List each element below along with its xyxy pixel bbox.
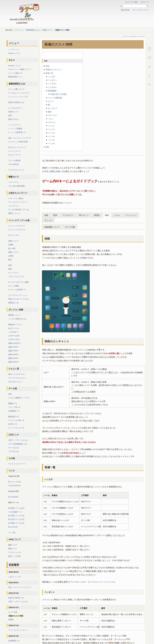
toc-link[interactable]: 装備一覧 bbox=[46, 72, 53, 74]
toc-link[interactable]: シンボル2 bbox=[48, 86, 56, 88]
sidebar-link[interactable]: サブシナリオクエスト bbox=[8, 377, 26, 379]
asuma-journal-link[interactable]: アスマのハンカチ - エリアスストリートジャーナル bbox=[70, 581, 115, 583]
toc-link[interactable]: バッジ2 bbox=[48, 128, 55, 130]
tab-ガイアの鍵[interactable]: ガイアの鍵 bbox=[63, 224, 77, 230]
sidebar-link[interactable]: 超越Lv5000〜 bbox=[8, 357, 19, 359]
sidebar-link[interactable]: 練習ページ bbox=[8, 548, 17, 550]
sidebar-link[interactable]: 小ネタ集Q&A bbox=[8, 163, 19, 165]
sidebar-link[interactable]: プラグインメモ bbox=[8, 552, 21, 554]
sidebar-link[interactable]: ドロップ率メモ bbox=[8, 406, 20, 408]
sidebar-link[interactable]: 超越Lv2000〜 bbox=[8, 346, 19, 348]
sidebar-link[interactable]: チャット欄について bbox=[8, 88, 24, 90]
sidebar-link[interactable]: レジェンドクエストI bbox=[8, 225, 25, 227]
sidebar-link[interactable]: タイトル図鑑 bbox=[8, 285, 19, 287]
breadcrumb-link[interactable]: トップページ bbox=[13, 29, 23, 31]
sidebar-link[interactable]: 秘宝 bbox=[8, 259, 12, 260]
sidebar-link[interactable]: 米国ラテール公式 bbox=[10, 522, 24, 524]
sidebar-link[interactable]: ドリスゲーム bbox=[8, 205, 19, 207]
update-link[interactable]: ガイアの鍵 bbox=[8, 611, 17, 613]
toc-link[interactable]: ステッカー bbox=[48, 114, 57, 116]
sidebar-link[interactable]: 週間チャレンジ bbox=[8, 212, 20, 214]
sidebar-link[interactable]: 業績 bbox=[8, 268, 12, 270]
toc-link[interactable]: シンボル1 bbox=[48, 82, 56, 84]
event-equipment-link[interactable]: 非常に優秀な装備一式 bbox=[44, 170, 64, 172]
sidebar-link[interactable]: 韓国ラテール公式 bbox=[10, 507, 24, 509]
sidebar-link[interactable]: 関係者専用ページ bbox=[8, 76, 22, 78]
tab-特殊[interactable]: 特殊 bbox=[103, 213, 111, 218]
toc-link[interactable]: バッジ6 bbox=[48, 142, 55, 144]
sidebar-link[interactable]: 超越Lv6000〜 bbox=[8, 361, 19, 363]
tab-防具[interactable]: 防具 bbox=[51, 213, 59, 218]
sidebar-link[interactable]: コラボまとめ bbox=[8, 450, 19, 452]
tab-アクセサリー[interactable]: アクセサリー bbox=[60, 213, 76, 218]
tab-装備覚醒について[interactable]: 装備覚醒について bbox=[42, 224, 62, 230]
sidebar-link[interactable]: 火力バフメモ bbox=[8, 234, 19, 236]
detail-ability-link[interactable]: こちら bbox=[64, 202, 70, 204]
sidebar-link[interactable]: 超越Lv3000〜 bbox=[8, 350, 19, 352]
toc-link[interactable]: バッジ3 bbox=[48, 132, 55, 134]
sidebar-link[interactable]: 〜Lv200まで bbox=[8, 331, 18, 333]
sidebar-link[interactable]: ガチャ箱&残像鏡まとめ bbox=[8, 443, 27, 445]
toc-link[interactable]: ブローチ bbox=[48, 121, 55, 124]
sidebar-link[interactable]: Elyダンジョン bbox=[8, 327, 19, 329]
login-link[interactable]: ログイン bbox=[140, 1, 149, 3]
tab-ファッション[interactable]: ファッション bbox=[123, 213, 139, 218]
sidebar-link[interactable]: サブクラスについて bbox=[8, 169, 24, 171]
update-link[interactable]: Ely獲得量メモ bbox=[8, 640, 19, 642]
sidebar-link[interactable]: メモリアルシステム bbox=[8, 276, 24, 278]
sidebar-link[interactable]: 経験値メモ bbox=[8, 402, 17, 404]
sidebar-link[interactable]: クエスト経験値アップメモ bbox=[8, 397, 29, 399]
register-link[interactable]: ユーザー登録 bbox=[125, 1, 138, 3]
sidebar-link[interactable]: 課金するなら bbox=[8, 118, 19, 120]
update-link[interactable]: 大型アップデートまとめ bbox=[8, 600, 28, 602]
sidebar-link[interactable]: Lv200〜Lv220 bbox=[8, 335, 19, 337]
sidebar-link[interactable]: レイドについて bbox=[8, 150, 21, 152]
sidebar-link[interactable]: 占星術 bbox=[8, 255, 13, 257]
sidebar-link[interactable]: ラテール用語集 bbox=[8, 160, 20, 162]
sidebar-link[interactable]: スターツリー(廃止) bbox=[8, 198, 23, 200]
sidebar-link[interactable]: 移動速度メモ bbox=[8, 416, 19, 418]
sidebar-link[interactable]: 新規ページ作成 bbox=[8, 555, 20, 557]
sidebar-link[interactable]: 公式twitter bbox=[12, 484, 20, 486]
sidebar-link[interactable]: 新規向け指標まとめ bbox=[8, 101, 24, 103]
sidebar-link[interactable]: エンチャント確率計算機 bbox=[8, 141, 27, 143]
sidebar-link[interactable]: Ely獲得量メモ bbox=[8, 410, 19, 412]
update-link[interactable]: 新規向け指標まとめ bbox=[8, 597, 24, 599]
sidebar-link[interactable]: 名誉 bbox=[8, 264, 12, 266]
sidebar-link[interactable]: 強化・エンチャントについて bbox=[8, 137, 31, 139]
sidebar-link[interactable]: ラテールアドベンチャー bbox=[8, 201, 28, 203]
breadcrumb-link[interactable]: 基礎知識系まとめ bbox=[26, 29, 39, 31]
fold-icon[interactable] bbox=[148, 74, 151, 78]
toc-link[interactable]: 教本 bbox=[48, 111, 52, 113]
toc-link[interactable]: バッジ1 bbox=[48, 125, 55, 127]
sidebar-link[interactable]: ペットについて bbox=[8, 124, 21, 126]
toc-link[interactable]: バッジ5 bbox=[48, 139, 55, 141]
site-logo[interactable]: トキメキファンタジー ラテール LaTale Online bbox=[16, 4, 38, 19]
sidebar-link[interactable]: 公式twitter bbox=[10, 496, 18, 498]
sidebar-link[interactable]: Lv220〜Lv235 bbox=[8, 338, 19, 340]
sidebar-link[interactable]: namuwiki bbox=[10, 526, 18, 528]
toc-link[interactable]: ベルト bbox=[48, 118, 54, 120]
tab-精霊石[interactable]: 精霊石 bbox=[92, 213, 102, 218]
page-id-tab[interactable]: basic:equipment:sp-acce bbox=[122, 35, 146, 38]
toc-link[interactable]: 鍵 bbox=[48, 104, 50, 106]
toc-link[interactable]: ネックレス bbox=[48, 107, 57, 109]
toc-link[interactable]: ハンカチ bbox=[48, 76, 55, 78]
sidebar-link[interactable]: IDでのマナーについて bbox=[8, 146, 26, 148]
sidebar-link[interactable]: ペットバフ重複表 bbox=[8, 128, 22, 130]
tab-武器[interactable]: 武器 bbox=[42, 213, 50, 218]
toc-link[interactable]: 鏡(残像鏡) bbox=[48, 90, 56, 92]
search-button[interactable] bbox=[146, 5, 149, 7]
sidebar-link[interactable]: クリティカル率メモ bbox=[8, 419, 24, 421]
tab-タイトル[interactable]: タイトル bbox=[42, 218, 54, 223]
sidebar-link[interactable]: おすすめクエスト bbox=[8, 381, 22, 383]
sidebar-link[interactable]: タイトル交換系メモ bbox=[10, 289, 26, 290]
toc-link[interactable]: 雑記 bbox=[46, 146, 49, 148]
recent-changes-link[interactable]: 最近の変更 bbox=[121, 9, 129, 11]
breadcrumb-link[interactable]: 装備のススメ bbox=[42, 29, 52, 31]
sidebar-link[interactable]: 本wikiについて bbox=[8, 52, 20, 54]
sidebar-link[interactable]: レベル上げガイド bbox=[8, 107, 22, 109]
history-icon[interactable] bbox=[148, 56, 151, 60]
sidebar-link[interactable]: レジェンドクエストII bbox=[8, 228, 25, 230]
sidebar-link[interactable]: 命中率メモ bbox=[8, 423, 17, 425]
